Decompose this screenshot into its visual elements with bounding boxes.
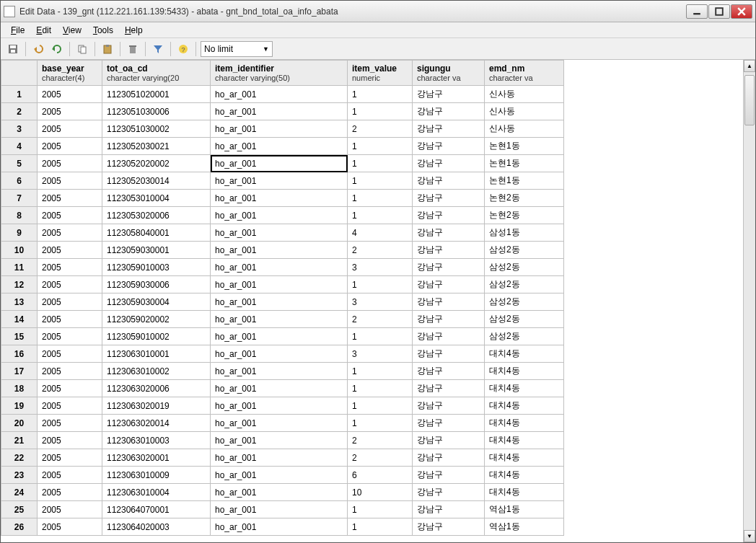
cell[interactable]: 1123051020001	[102, 86, 211, 103]
maximize-button[interactable]	[708, 4, 730, 19]
cell[interactable]: 4	[348, 224, 413, 242]
cell[interactable]: 강남구	[413, 345, 485, 363]
cell[interactable]: 역삼1동	[485, 518, 564, 536]
cell[interactable]: 강남구	[413, 155, 485, 172]
cell[interactable]: 3	[348, 293, 413, 311]
cell[interactable]: 1123058040001	[102, 224, 211, 242]
row-header[interactable]: 5	[1, 155, 38, 172]
cell[interactable]: ho_ar_001	[211, 207, 348, 224]
cell[interactable]: 강남구	[413, 172, 485, 190]
cell[interactable]: 1123053020006	[102, 207, 211, 224]
row-header[interactable]: 3	[1, 120, 38, 138]
cell[interactable]: 2005	[38, 328, 102, 345]
cell[interactable]: ho_ar_001	[211, 103, 348, 120]
row-header[interactable]: 19	[1, 397, 38, 415]
cell[interactable]: 삼성2동	[485, 242, 564, 259]
cell[interactable]: 1	[348, 138, 413, 155]
paste-button[interactable]	[100, 41, 115, 57]
corner-cell[interactable]	[1, 61, 38, 86]
cell[interactable]: 2005	[38, 190, 102, 207]
cell[interactable]: ho_ar_001	[211, 518, 348, 536]
cell[interactable]: ho_ar_001	[211, 224, 348, 242]
cell[interactable]: 1123052030014	[102, 172, 211, 190]
cell[interactable]: 1	[348, 190, 413, 207]
cell[interactable]: 2005	[38, 432, 102, 449]
row-header[interactable]: 10	[1, 242, 38, 259]
cell[interactable]: 삼성2동	[485, 293, 564, 311]
cell[interactable]: 대치4동	[485, 467, 564, 484]
menu-tools[interactable]: Tools	[87, 24, 119, 37]
cell[interactable]: 3	[348, 345, 413, 363]
cell[interactable]: 2	[348, 432, 413, 449]
cell[interactable]: 논현1동	[485, 138, 564, 155]
cell[interactable]: 신사동	[485, 86, 564, 103]
minimize-button[interactable]	[686, 4, 708, 19]
cell[interactable]: 강남구	[413, 484, 485, 501]
cell[interactable]: 1123053010004	[102, 190, 211, 207]
cell[interactable]: 2005	[38, 397, 102, 415]
cell[interactable]: 1	[348, 276, 413, 293]
cell[interactable]: 1123051030002	[102, 120, 211, 138]
filter-button[interactable]	[150, 41, 166, 57]
cell[interactable]: 삼성2동	[485, 328, 564, 345]
cell[interactable]: 2005	[38, 155, 102, 172]
row-header[interactable]: 1	[1, 86, 38, 103]
cell[interactable]: 1123063020001	[102, 449, 211, 467]
cell[interactable]: 1123063010001	[102, 345, 211, 363]
save-button[interactable]	[5, 41, 21, 57]
cell[interactable]: 신사동	[485, 120, 564, 138]
row-header[interactable]: 8	[1, 207, 38, 224]
cell[interactable]: 강남구	[413, 449, 485, 467]
column-header-item_value[interactable]: item_valuenumeric	[348, 61, 413, 86]
cell[interactable]: 대치4동	[485, 432, 564, 449]
row-header[interactable]: 16	[1, 345, 38, 363]
cell[interactable]: 강남구	[413, 397, 485, 415]
cell[interactable]: ho_ar_001	[211, 242, 348, 259]
cell[interactable]: 1	[348, 501, 413, 518]
cell[interactable]: 2005	[38, 518, 102, 536]
row-header[interactable]: 25	[1, 501, 38, 518]
cell[interactable]: 강남구	[413, 328, 485, 345]
scroll-down-button[interactable]: ▼	[744, 530, 755, 542]
cell[interactable]: 강남구	[413, 120, 485, 138]
column-header-tot_oa_cd[interactable]: tot_oa_cdcharacter varying(20	[102, 61, 211, 86]
cell[interactable]: 삼성2동	[485, 259, 564, 276]
cell[interactable]: 강남구	[413, 293, 485, 311]
column-header-sigungu[interactable]: sigungucharacter va	[413, 61, 485, 86]
cell[interactable]: 강남구	[413, 207, 485, 224]
cell[interactable]: 강남구	[413, 103, 485, 120]
cell[interactable]: 1123059030001	[102, 242, 211, 259]
cell[interactable]: 강남구	[413, 86, 485, 103]
cell[interactable]: ho_ar_001	[211, 363, 348, 380]
cell[interactable]: 1	[348, 207, 413, 224]
row-limit-select[interactable]: No limit ▼	[201, 41, 273, 57]
cell[interactable]: ho_ar_001	[211, 155, 348, 172]
row-header[interactable]: 7	[1, 190, 38, 207]
cell[interactable]: 2005	[38, 242, 102, 259]
cell[interactable]: 2005	[38, 467, 102, 484]
cell[interactable]: 2	[348, 242, 413, 259]
cell[interactable]: ho_ar_001	[211, 467, 348, 484]
cell[interactable]: ho_ar_001	[211, 138, 348, 155]
cell[interactable]: 2	[348, 120, 413, 138]
cell[interactable]: ho_ar_001	[211, 345, 348, 363]
cell[interactable]: 2005	[38, 207, 102, 224]
cell[interactable]: 대치4동	[485, 380, 564, 397]
scrollbar-track[interactable]	[744, 72, 755, 530]
cell[interactable]: 강남구	[413, 363, 485, 380]
row-header[interactable]: 4	[1, 138, 38, 155]
cell[interactable]: 1123063010004	[102, 484, 211, 501]
cell[interactable]: 2005	[38, 103, 102, 120]
vertical-scrollbar[interactable]: ▲ ▼	[743, 60, 755, 542]
cell[interactable]: 1123051030006	[102, 103, 211, 120]
cell[interactable]: 대치4동	[485, 397, 564, 415]
cell[interactable]: 강남구	[413, 276, 485, 293]
cell[interactable]: 논현2동	[485, 190, 564, 207]
cell[interactable]: 1123059010003	[102, 259, 211, 276]
row-header[interactable]: 6	[1, 172, 38, 190]
cell[interactable]: 1123059030006	[102, 276, 211, 293]
cell[interactable]: 강남구	[413, 311, 485, 328]
cell[interactable]: 삼성1동	[485, 224, 564, 242]
cell[interactable]: 삼성2동	[485, 276, 564, 293]
cell[interactable]: 1123063010002	[102, 363, 211, 380]
